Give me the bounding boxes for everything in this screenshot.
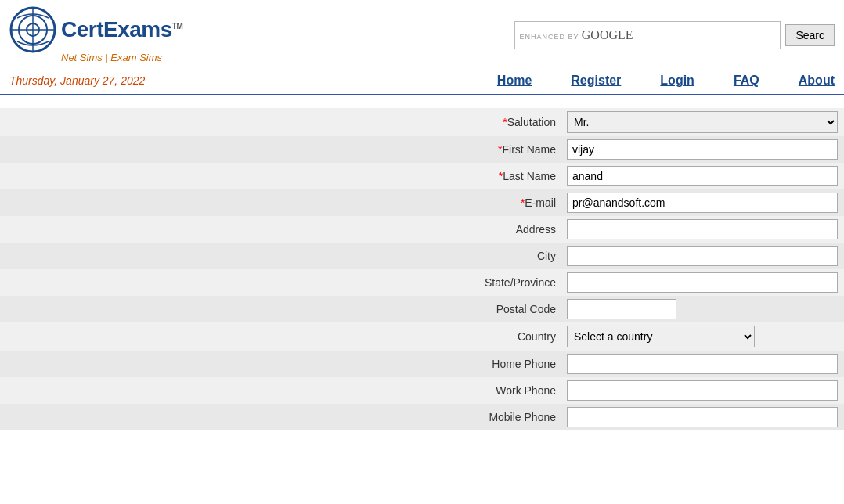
first-name-required: * — [498, 143, 502, 156]
logo-area: CertExamsTM Net Sims | Exam Sims — [9, 6, 182, 63]
registration-form: *Salutation Mr. Mrs. Ms. Dr. *First Name… — [0, 108, 844, 430]
logo-tm: TM — [172, 22, 182, 31]
mobile-phone-field[interactable] — [567, 407, 838, 427]
mobile-phone-row: Mobile Phone — [0, 404, 844, 430]
mobile-phone-label: Mobile Phone — [0, 405, 564, 429]
date-display: Thursday, January 27, 2022 — [9, 74, 145, 87]
about-link[interactable]: About — [799, 74, 835, 88]
work-phone-field[interactable] — [567, 380, 838, 401]
logo-exams: Exams — [103, 17, 172, 41]
work-phone-row: Work Phone — [0, 377, 844, 404]
last-name-label: *Last Name — [0, 164, 564, 188]
city-label: City — [0, 244, 564, 268]
navbar: Thursday, January 27, 2022 Home Register… — [0, 67, 844, 95]
state-row: State/Province — [0, 269, 844, 296]
postal-code-row: Postal Code — [0, 296, 844, 322]
address-row: Address — [0, 216, 844, 243]
email-field[interactable] — [567, 193, 838, 213]
country-label: Country — [0, 325, 564, 348]
logo-row: CertExamsTM — [9, 6, 182, 53]
header: CertExamsTM Net Sims | Exam Sims ENHANCE… — [0, 0, 844, 67]
first-name-row: *First Name — [0, 136, 844, 163]
state-field[interactable] — [567, 272, 838, 293]
last-name-required: * — [499, 170, 503, 182]
home-phone-label: Home Phone — [0, 352, 564, 376]
logo-text: CertExamsTM — [61, 17, 182, 42]
postal-code-label: Postal Code — [0, 297, 564, 321]
country-field[interactable]: Select a country United States United Ki… — [567, 326, 755, 347]
search-button[interactable]: Searc — [785, 24, 835, 46]
city-row: City — [0, 243, 844, 269]
city-field[interactable] — [567, 246, 838, 266]
last-name-row: *Last Name — [0, 163, 844, 189]
first-name-field[interactable] — [567, 139, 838, 160]
home-link[interactable]: Home — [497, 74, 532, 88]
search-area: ENHANCED BY Google Searc — [514, 21, 835, 49]
login-link[interactable]: Login — [660, 74, 694, 88]
search-input[interactable] — [514, 21, 781, 49]
email-row: *E-mail — [0, 189, 844, 216]
email-label: *E-mail — [0, 191, 564, 214]
logo-subtitle: Net Sims | Exam Sims — [61, 52, 162, 63]
first-name-label: *First Name — [0, 138, 564, 161]
home-phone-row: Home Phone — [0, 351, 844, 377]
salutation-row: *Salutation Mr. Mrs. Ms. Dr. — [0, 108, 844, 136]
salutation-field[interactable]: Mr. Mrs. Ms. Dr. — [567, 111, 838, 133]
register-link[interactable]: Register — [571, 74, 621, 88]
postal-code-field[interactable] — [567, 299, 676, 319]
address-field[interactable] — [567, 219, 838, 239]
state-label: State/Province — [0, 271, 564, 294]
nav-links: Home Register Login FAQ About — [497, 74, 835, 88]
country-row: Country Select a country United States U… — [0, 322, 844, 351]
logo-cert: Cert — [61, 17, 103, 41]
faq-link[interactable]: FAQ — [734, 74, 759, 88]
home-phone-field[interactable] — [567, 354, 838, 374]
address-label: Address — [0, 218, 564, 241]
salutation-label: *Salutation — [0, 110, 564, 134]
logo-icon — [9, 6, 56, 53]
salutation-required: * — [503, 116, 507, 128]
search-wrapper: ENHANCED BY Google — [514, 21, 781, 49]
work-phone-label: Work Phone — [0, 379, 564, 402]
last-name-field[interactable] — [567, 166, 838, 186]
email-required: * — [521, 196, 525, 209]
